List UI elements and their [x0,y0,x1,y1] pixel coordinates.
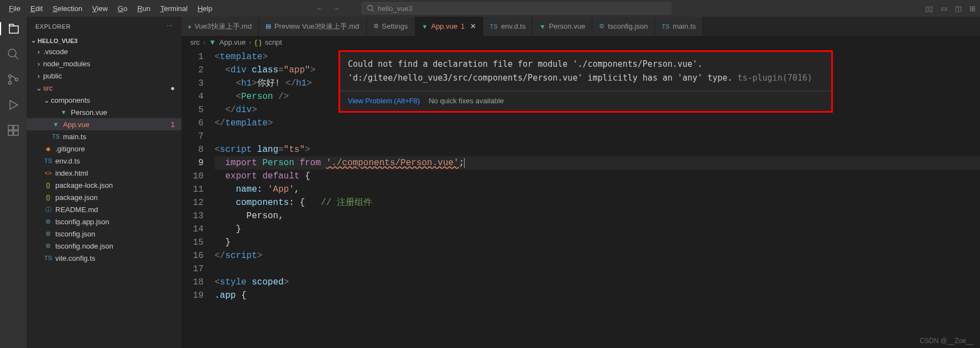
tab-settings[interactable]: ⚙Settings [367,17,415,36]
layout-icon-4[interactable]: ⊞ [969,4,976,13]
error-hover-tooltip: Could not find a declaration file for mo… [338,50,833,113]
source-control-icon[interactable] [7,73,20,86]
file-env.d.ts[interactable]: TSenv.d.ts [27,155,181,167]
folder-node_modules[interactable]: ›node_modules [27,57,181,70]
file-Person.vue[interactable]: ▼Person.vue [27,106,181,118]
file-tsconfig.app.json[interactable]: ⚙tsconfig.app.json [27,215,181,228]
svg-point-2 [8,49,16,57]
file-README.md[interactable]: ⓘREADME.md [27,203,181,215]
file-tree: ›.vscode›node_modules›public⌄src●⌄compon… [27,45,181,264]
menu-selection[interactable]: Selection [48,2,86,15]
file-.gitignore[interactable]: ◆.gitignore [27,143,181,155]
project-root[interactable]: ⌄ HELLO_VUE3 [27,36,181,45]
close-icon[interactable]: ✕ [470,22,476,30]
code-editor[interactable]: 12345678910111213141516171819 <template>… [181,48,980,348]
layout-icon-2[interactable]: ▭ [941,4,947,13]
search-text: hello_vue3 [378,4,413,13]
svg-line-3 [15,56,18,59]
file-tsconfig.node.json[interactable]: ⚙tsconfig.node.json [27,240,181,252]
tab-env-d-ts[interactable]: TSenv.d.ts [483,17,533,36]
svg-point-5 [9,82,12,85]
tab-app-vue[interactable]: ▼App.vue1✕ [415,17,483,36]
tab-preview-vue3-md[interactable]: ▤Preview Vue3快速上手.md [259,17,366,36]
braces-icon: { } [255,38,262,46]
menu-go[interactable]: Go [113,2,132,15]
file-App.vue[interactable]: ▼App.vue1 [27,118,181,130]
nav-forward-icon[interactable]: → [332,4,340,13]
search-activity-icon[interactable] [7,48,20,61]
explorer-icon[interactable] [0,22,27,35]
menu-view[interactable]: View [88,2,112,15]
file-package-lock.json[interactable]: {}package-lock.json [27,179,181,191]
watermark: CSDN @__Zoe__ [920,337,973,345]
folder-.vscode[interactable]: ›.vscode [27,45,181,57]
file-package.json[interactable]: {}package.json [27,191,181,203]
svg-point-0 [368,6,373,10]
layout-icon-1[interactable]: ▯▯ [925,4,933,13]
view-problem-link[interactable]: View Problem (Alt+F8) [348,94,420,108]
menu-run[interactable]: Run [133,2,155,15]
svg-rect-10 [14,131,18,135]
tab-tsconfig-json[interactable]: ⚙tsconfig.json [592,17,655,36]
svg-rect-7 [8,125,13,130]
menu-help[interactable]: Help [193,2,217,15]
command-center[interactable]: hello_vue3 [362,2,671,14]
file-main.ts[interactable]: TSmain.ts [27,130,181,143]
svg-line-1 [372,10,374,12]
svg-point-4 [9,75,12,78]
layout-icon-3[interactable]: ◫ [955,4,962,13]
file-vite.config.ts[interactable]: TSvite.config.ts [27,252,181,264]
tab-vue3-md[interactable]: ♦Vue3快速上手.md [181,17,259,36]
sidebar: EXPLORER ⋯ ⌄ HELLO_VUE3 ›.vscode›node_mo… [27,17,181,348]
menu-items: FileEditSelectionViewGoRunTerminalHelp [4,2,217,15]
file-tsconfig.json[interactable]: ⚙tsconfig.json [27,228,181,240]
menu-edit[interactable]: Edit [26,2,47,15]
sidebar-title: EXPLORER [35,23,71,30]
menu-terminal[interactable]: Terminal [156,2,192,15]
run-debug-icon[interactable] [7,98,20,112]
activity-bar [0,17,27,348]
folder-components[interactable]: ⌄components [27,94,181,106]
folder-public[interactable]: ›public [27,70,181,82]
nav-back-icon[interactable]: ← [316,4,324,13]
more-icon[interactable]: ⋯ [166,23,173,30]
file-index.html[interactable]: <>index.html [27,167,181,179]
svg-rect-8 [14,125,18,130]
vue-icon: ▼ [209,38,216,46]
tab-main-ts[interactable]: TSmain.ts [655,17,703,36]
svg-rect-9 [8,131,13,135]
tab-person-vue[interactable]: ▼Person.vue [533,17,592,36]
no-quick-fix-label: No quick fixes available [429,94,504,108]
editor-tabs: ♦Vue3快速上手.md▤Preview Vue3快速上手.md⚙Setting… [181,17,980,36]
search-icon [367,4,374,12]
top-menu-bar: FileEditSelectionViewGoRunTerminalHelp ←… [0,0,980,17]
extensions-icon[interactable] [7,124,20,137]
breadcrumb[interactable]: src› ▼ App.vue› { } script [181,36,980,48]
menu-file[interactable]: File [4,2,25,15]
folder-src[interactable]: ⌄src● [27,82,181,94]
